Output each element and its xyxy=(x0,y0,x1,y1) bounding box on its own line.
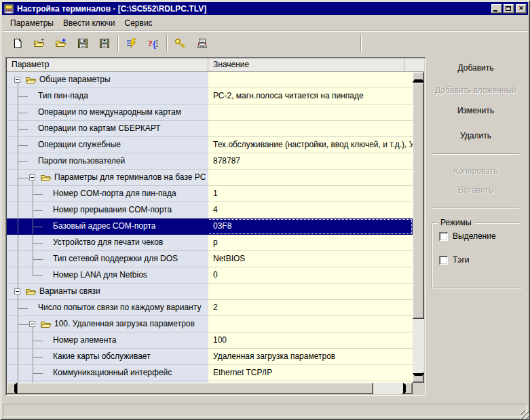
param-label: Номер COM-порта для пин-пада xyxy=(53,186,176,202)
tree-line xyxy=(18,284,18,288)
tree-line xyxy=(33,227,43,227)
horizontal-scroll-thumb[interactable] xyxy=(18,383,373,394)
checkbox-label: Тэги xyxy=(453,255,470,265)
collapse-expand-box[interactable] xyxy=(29,321,35,327)
table-row-7[interactable]: Параметры для терминалов на базе РС xyxy=(7,170,413,186)
value-cell: NetBIOS xyxy=(208,251,413,267)
app-terminal-icon xyxy=(3,3,14,14)
table-row-6[interactable]: Пароли пользователей878787 xyxy=(7,153,413,170)
folder-icon xyxy=(25,75,37,87)
table-row-5[interactable]: Операции служебныеТех.обслуживание (наст… xyxy=(7,137,413,153)
grid-header: Параметр Значение xyxy=(7,58,424,72)
param-cell: Номер элемента xyxy=(7,332,208,349)
param-cell: Устройство для печати чеков xyxy=(7,235,208,251)
scroll-up-button[interactable] xyxy=(413,72,424,83)
table-row-2[interactable]: Тип пин-падаРС-2, магн.полоса читается н… xyxy=(7,88,413,104)
open-add-file-button[interactable] xyxy=(52,35,69,52)
tree-line xyxy=(18,218,18,235)
minimize-button[interactable] xyxy=(491,4,502,14)
maximize-button[interactable] xyxy=(504,4,514,14)
table-row-18[interactable]: Какие карты обслуживаетУдаленная загрузк… xyxy=(7,349,413,365)
menu-item-3[interactable]: Сервис xyxy=(120,16,157,30)
table-row-10[interactable]: Базовый адрес COM-порта03F8 xyxy=(7,218,413,235)
tree-line xyxy=(33,267,33,275)
param-cell: Номер COM-порта для пин-пада xyxy=(7,186,208,202)
scroll-left-button[interactable] xyxy=(7,383,18,394)
table-row-4[interactable]: Операции по картам СБЕРКАРТ xyxy=(7,121,413,137)
column-header-param[interactable]: Параметр xyxy=(7,58,208,71)
param-label: Тип пин-пада xyxy=(38,88,88,104)
save-import-file-button[interactable] xyxy=(96,35,113,52)
open-file-icon xyxy=(33,38,45,49)
side-button-удалить[interactable]: Удалить xyxy=(430,128,522,143)
arrow-up-icon xyxy=(413,71,424,82)
menu-item-2[interactable]: Ввести ключи xyxy=(58,16,120,30)
checkbox-тэги[interactable] xyxy=(439,256,448,265)
value-cell xyxy=(208,104,413,121)
checkbox-label: Выделение xyxy=(453,231,496,241)
collapse-expand-box[interactable] xyxy=(29,174,35,180)
save-file-button[interactable] xyxy=(74,35,91,52)
minimize-icon xyxy=(493,10,497,12)
tree-line xyxy=(33,275,43,276)
side-button-добавить-вложенный: Добавить вложенный xyxy=(430,83,522,98)
table-row-11[interactable]: Устройство для печати чековp xyxy=(7,235,413,251)
horizontal-scrollbar[interactable] xyxy=(7,383,413,394)
tree-line xyxy=(18,251,18,267)
scroll-right-button[interactable] xyxy=(402,383,413,394)
value-cell: 4 xyxy=(208,202,413,218)
collapse-expand-box[interactable] xyxy=(14,288,20,294)
open-file-button[interactable] xyxy=(31,35,48,52)
resize-grip[interactable] xyxy=(520,411,529,419)
param-label: Какие карты обслуживает xyxy=(53,349,151,364)
toolbar-separator xyxy=(166,35,168,52)
terminal-print-button[interactable] xyxy=(193,35,210,52)
grid-inner: Параметр Значение Общие параметрыТип пин… xyxy=(7,58,424,394)
vertical-scrollbar[interactable] xyxy=(413,72,424,383)
scroll-down-button[interactable] xyxy=(413,372,424,383)
collapse-expand-box[interactable] xyxy=(14,77,20,83)
table-row-19[interactable]: Коммуникационный интерфейсEthernet TCP/I… xyxy=(7,365,413,381)
table-row-12[interactable]: Тип сетевой поддержки для DOSNetBIOS xyxy=(7,251,413,267)
tree-line xyxy=(18,129,28,130)
checkbox-выделение[interactable] xyxy=(439,232,448,241)
check-tags-icon: ? { xyxy=(147,38,159,49)
menu-item-1[interactable]: Параметры xyxy=(5,16,58,30)
table-row-1[interactable]: Общие параметры xyxy=(7,72,413,88)
param-label: Номер элемента xyxy=(53,332,116,348)
value-cell: 1 xyxy=(208,186,413,202)
enter-keys-button[interactable] xyxy=(172,35,189,52)
table-row-9[interactable]: Номер прерывания COM-порта4 xyxy=(7,202,413,218)
tree-line xyxy=(18,267,18,284)
open-add-file-icon xyxy=(55,38,67,49)
new-file-button[interactable] xyxy=(9,35,26,52)
table-row-13[interactable]: Номер LANA для Netbios0 xyxy=(7,267,413,284)
param-cell: Операции по картам СБЕРКАРТ xyxy=(7,121,208,137)
side-button-копировать: Копировать xyxy=(430,164,522,178)
value-cell: 2 xyxy=(208,300,413,316)
table-row-14[interactable]: Варианты связи xyxy=(7,284,413,300)
validate-icon xyxy=(126,38,137,49)
tree-line xyxy=(18,96,28,97)
table-row-15[interactable]: Число попыток связи по каждому варианту2 xyxy=(7,300,413,316)
side-button-изменить[interactable]: Изменить xyxy=(430,103,522,118)
param-label: Операции по картам СБЕРКАРТ xyxy=(38,121,161,136)
vertical-scroll-thumb[interactable] xyxy=(413,83,424,319)
table-row-17[interactable]: Номер элемента100 xyxy=(7,332,413,349)
column-header-value[interactable]: Значение xyxy=(208,58,404,71)
validate-button[interactable] xyxy=(123,35,140,52)
table-row-3[interactable]: Операции по международным картам xyxy=(7,104,413,121)
param-label: Операции по международным картам xyxy=(38,104,181,120)
close-button[interactable]: ✕ xyxy=(516,4,527,14)
titlebar: Настройка терминалов - [C:\SC552\RDLPC.T… xyxy=(2,2,528,15)
table-row-8[interactable]: Номер COM-порта для пин-пада1 xyxy=(7,186,413,202)
check-tags-button[interactable]: ? { xyxy=(145,35,162,52)
value-cell xyxy=(208,121,413,137)
side-button-добавить[interactable]: Добавить xyxy=(430,60,522,75)
param-label: 100. Удаленная загрузка параметров xyxy=(54,316,195,332)
param-label: Общие параметры xyxy=(39,72,111,88)
value-cell: РС-2, магн.полоса читается на пинпаде xyxy=(208,88,413,104)
table-row-16[interactable]: 100. Удаленная загрузка параметров xyxy=(7,316,413,332)
value-cell: Ethernet TCP/IP xyxy=(208,365,413,381)
tree-line xyxy=(33,341,43,341)
